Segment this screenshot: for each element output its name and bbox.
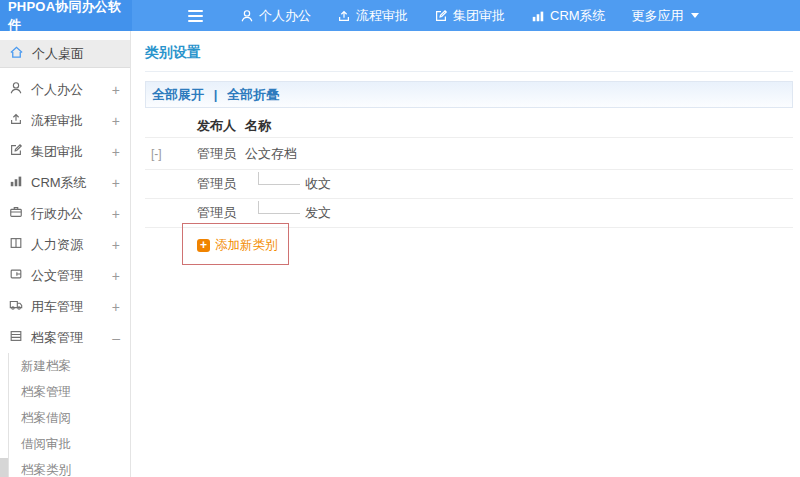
- archive-icon: [9, 329, 23, 346]
- expand-plus-icon[interactable]: +: [112, 113, 120, 129]
- nav-label: 流程审批: [356, 7, 408, 25]
- nav-label: 更多应用: [632, 7, 684, 25]
- submenu-item-archive-borrow[interactable]: 档案借阅: [9, 405, 130, 431]
- sidebar-item-document-management[interactable]: 公文管理 +: [0, 260, 130, 291]
- add-category-label: 添加新类别: [215, 237, 278, 254]
- sidebar-item-label: 行政办公: [31, 205, 104, 223]
- collapse-all-link[interactable]: 全部折叠: [227, 87, 279, 102]
- nav-group-approval[interactable]: 集团审批: [421, 0, 518, 31]
- sidebar-item-label: 档案管理: [31, 329, 104, 347]
- submenu-item-new-archive[interactable]: 新建档案: [9, 353, 130, 379]
- expand-plus-icon[interactable]: +: [112, 206, 120, 222]
- sidebar-item-label: 公文管理: [31, 267, 104, 285]
- expand-plus-icon[interactable]: +: [112, 268, 120, 284]
- sidebar-item-archive-management[interactable]: 档案管理 –: [0, 322, 130, 353]
- user-icon: [9, 81, 23, 98]
- sidebar-item-label: 个人桌面: [32, 45, 120, 63]
- cell-publisher: 管理员: [197, 145, 245, 163]
- sidebar-item-label: 流程审批: [31, 112, 104, 130]
- user-icon: [240, 9, 254, 23]
- main-content: 类别设置 全部展开 | 全部折叠 发布人 名称 [-] 管理员 公文存档 管理员: [145, 31, 793, 254]
- archive-submenu: 新建档案 档案管理 档案借阅 借阅审批 档案类别: [8, 353, 130, 477]
- category-name-label: 发文: [305, 204, 331, 222]
- home-icon: [9, 45, 24, 63]
- page-title: 类别设置: [145, 31, 793, 72]
- sidebar-item-personal-desktop[interactable]: 个人桌面: [0, 40, 130, 68]
- app-logo: PHPOA协同办公软件: [0, 0, 132, 31]
- sidebar: 个人桌面 个人办公 + 流程审批 +: [0, 31, 131, 477]
- row-collapse-toggle[interactable]: [-]: [145, 147, 197, 161]
- nav-crm-system[interactable]: CRM系统: [518, 0, 619, 31]
- column-header-publisher: 发布人: [197, 117, 245, 135]
- sidebar-item-personal-office[interactable]: 个人办公 +: [0, 74, 130, 105]
- table-row: 管理员 收文: [145, 170, 793, 199]
- submenu-item-archive-management[interactable]: 档案管理: [9, 379, 130, 405]
- sidebar-item-label: 集团审批: [31, 143, 104, 161]
- table-row: 管理员 发文: [145, 199, 793, 228]
- cell-publisher: 管理员: [197, 175, 245, 193]
- sidebar-item-label: CRM系统: [31, 174, 104, 192]
- category-name-label: 收文: [305, 175, 331, 193]
- cell-category-name[interactable]: 发文: [245, 201, 793, 225]
- sidebar-item-workflow-approval[interactable]: 流程审批 +: [0, 105, 130, 136]
- sidebar-item-label: 用车管理: [31, 298, 104, 316]
- sidebar-item-vehicle-management[interactable]: 用车管理 +: [0, 291, 130, 322]
- app-window: PHPOA协同办公软件 个人办公 流程审批: [0, 0, 800, 477]
- table-row: [-] 管理员 公文存档: [145, 138, 793, 170]
- document-icon: [9, 267, 23, 284]
- truck-icon: [9, 298, 23, 315]
- top-navigation: 个人办公 流程审批 集团审批: [132, 0, 712, 31]
- cell-category-name[interactable]: 收文: [245, 172, 793, 196]
- top-header-bar: PHPOA协同办公软件 个人办公 流程审批: [0, 0, 800, 31]
- nav-workflow-approval[interactable]: 流程审批: [324, 0, 421, 31]
- caret-down-icon: [691, 13, 699, 18]
- nav-label: 集团审批: [453, 7, 505, 25]
- category-table: 发布人 名称 [-] 管理员 公文存档 管理员 收文 管理员: [145, 115, 793, 254]
- expand-plus-icon[interactable]: +: [112, 175, 120, 191]
- tree-toolbar: 全部展开 | 全部折叠: [145, 81, 793, 108]
- workflow-icon: [9, 112, 23, 129]
- expand-plus-icon[interactable]: +: [112, 144, 120, 160]
- submenu-item-archive-category[interactable]: 档案类别: [9, 457, 130, 477]
- expand-plus-icon[interactable]: +: [112, 299, 120, 315]
- nav-personal-office[interactable]: 个人办公: [227, 0, 324, 31]
- nav-label: 个人办公: [259, 7, 311, 25]
- menu-toggle-icon[interactable]: [188, 10, 203, 22]
- sidebar-item-label: 人力资源: [31, 236, 104, 254]
- expand-all-link[interactable]: 全部展开: [152, 87, 204, 102]
- collapse-minus-icon[interactable]: –: [112, 330, 120, 346]
- tree-branch-line: [258, 172, 300, 185]
- workflow-icon: [337, 9, 351, 23]
- toolbar-separator: |: [214, 87, 218, 102]
- chart-icon: [531, 9, 545, 23]
- chart-icon: [9, 174, 23, 191]
- sidebar-item-admin-office[interactable]: 行政办公 +: [0, 198, 130, 229]
- scrollbar-thumb[interactable]: [0, 458, 8, 477]
- cell-category-name[interactable]: 公文存档: [245, 145, 793, 163]
- nav-more-apps[interactable]: 更多应用: [619, 0, 712, 31]
- add-icon: +: [197, 239, 210, 252]
- sidebar-item-group-approval[interactable]: 集团审批 +: [0, 136, 130, 167]
- sidebar-item-crm-system[interactable]: CRM系统 +: [0, 167, 130, 198]
- nav-label: CRM系统: [550, 7, 606, 25]
- edit-icon: [9, 143, 23, 160]
- briefcase-icon: [9, 205, 23, 222]
- sidebar-item-human-resources[interactable]: 人力资源 +: [0, 229, 130, 260]
- tree-branch-line: [258, 201, 300, 214]
- add-category-button[interactable]: + 添加新类别: [145, 228, 793, 254]
- submenu-item-borrow-approval[interactable]: 借阅审批: [9, 431, 130, 457]
- expand-plus-icon[interactable]: +: [112, 82, 120, 98]
- book-icon: [9, 236, 23, 253]
- edit-icon: [434, 9, 448, 23]
- column-header-name: 名称: [245, 117, 793, 135]
- table-header-row: 发布人 名称: [145, 115, 793, 138]
- sidebar-item-label: 个人办公: [31, 81, 104, 99]
- cell-publisher: 管理员: [197, 204, 245, 222]
- expand-plus-icon[interactable]: +: [112, 237, 120, 253]
- category-name-label: 公文存档: [245, 145, 297, 163]
